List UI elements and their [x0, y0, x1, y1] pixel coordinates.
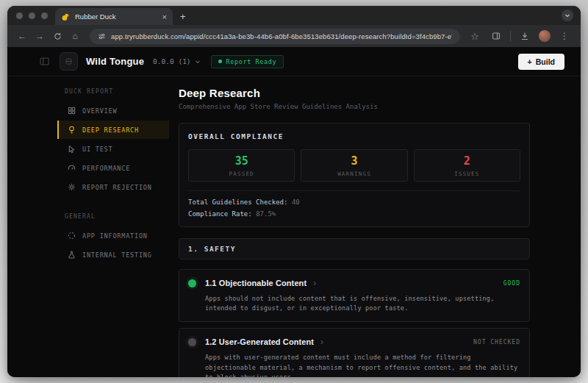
app-page: Wild Tongue 0.0.0 (1) Report Ready + Bui…	[7, 47, 581, 377]
guideline-status-badge: NOT CHECKED	[473, 339, 520, 346]
sidebar-item-label: OVERVIEW	[82, 107, 117, 115]
status-neutral-dot-icon	[188, 338, 196, 346]
passed-count: 35	[235, 154, 248, 168]
minimize-window-button[interactable]	[29, 12, 35, 19]
compliance-rate-label: Compliance Rate:	[188, 210, 252, 218]
profile-avatar[interactable]	[539, 30, 551, 42]
report-ready-badge: Report Ready	[211, 55, 284, 68]
download-icon[interactable]	[517, 32, 532, 40]
browser-toolbar: ← → ⌂ app.tryrubberduck.com/appid/ccc41a…	[7, 25, 581, 47]
guideline-title: 1.2 User-Generated Content	[205, 337, 314, 346]
home-icon[interactable]: ⌂	[68, 31, 82, 41]
window-controls	[7, 6, 55, 25]
flask-icon	[68, 251, 76, 259]
zoom-window-button[interactable]	[41, 12, 48, 19]
back-icon[interactable]: ←	[15, 31, 29, 41]
sidebar-item-performance[interactable]: PERFORMANCE	[57, 159, 169, 177]
guideline-title-row[interactable]: 1.1 Objectionable Content › GOOD	[188, 278, 520, 288]
total-guidelines-label: Total Guidelines Checked:	[188, 198, 287, 206]
guideline-title-row[interactable]: 1.2 User-Generated Content › NOT CHECKED	[188, 337, 520, 347]
cursor-icon	[68, 145, 76, 153]
stat-warnings: 3 WARNINGS	[301, 149, 407, 182]
sidebar-item-label: DEEP RESEARCH	[82, 126, 139, 134]
app-icon	[60, 52, 78, 71]
compliance-totals: Total Guidelines Checked: 40 Compliance …	[188, 190, 520, 218]
main-content: Deep Research Comprehensive App Store Re…	[179, 76, 530, 377]
warnings-label: WARNINGS	[337, 171, 371, 177]
app-header: Wild Tongue 0.0.0 (1) Report Ready + Bui…	[7, 47, 581, 76]
tab-title: Rubber Duck	[75, 12, 157, 21]
browser-window: Rubber Duck × + ← → ⌂ app.tryrubberduck.…	[7, 6, 581, 377]
lightbulb-icon	[68, 126, 76, 134]
tab-list-chevron-icon[interactable]	[562, 10, 573, 21]
sidebar: DUCK REPORT OVERVIEW DEEP RESEARCH UI TE…	[57, 76, 169, 377]
address-bar[interactable]: app.tryrubberduck.com/appid/ccc41a3a-be3…	[90, 29, 460, 44]
passed-label: PASSED	[229, 171, 254, 177]
page-title: Deep Research	[179, 87, 530, 99]
sidebar-section-general: GENERAL	[57, 213, 169, 220]
browser-menu-icon[interactable]: ⋮	[557, 31, 572, 41]
plus-icon: +	[528, 57, 532, 66]
status-pass-dot-icon	[188, 279, 196, 287]
site-settings-icon[interactable]	[98, 32, 106, 40]
sidebar-item-app-information[interactable]: APP INFORMATION	[57, 226, 169, 245]
guideline-title: 1.1 Objectionable Content	[205, 279, 306, 287]
sidebar-toggle-icon[interactable]	[40, 57, 49, 66]
total-guidelines-value: 40	[292, 198, 300, 206]
toolbar-divider	[510, 31, 511, 41]
sidebar-item-label: INTERNAL TESTING	[82, 251, 152, 259]
sidebar-item-deep-research[interactable]: DEEP RESEARCH	[57, 121, 169, 139]
new-tab-button[interactable]: +	[180, 11, 186, 25]
tab-close-icon[interactable]: ×	[162, 12, 167, 21]
version-label: 0.0.0 (1)	[153, 57, 190, 65]
dashed-circle-icon	[68, 232, 76, 240]
build-button-label: Build	[536, 57, 555, 66]
sidebar-item-label: UI TEST	[82, 146, 112, 153]
toolbar-actions: ☆ ⋮	[467, 30, 573, 42]
browser-tab[interactable]: Rubber Duck ×	[55, 8, 173, 25]
browser-tab-bar: Rubber Duck × +	[7, 6, 581, 25]
version-selector[interactable]: 0.0.0 (1)	[153, 57, 200, 65]
sidebar-item-label: PERFORMANCE	[82, 165, 130, 172]
sidebar-item-label: REPORT REJECTION	[82, 184, 152, 191]
compliance-card-title: OVERALL COMPLIANCE	[188, 132, 520, 140]
overall-compliance-card: OVERALL COMPLIANCE 35 PASSED 3 WARNINGS …	[179, 123, 530, 227]
gauge-icon	[68, 164, 76, 172]
issues-label: ISSUES	[454, 171, 479, 177]
sidebar-item-label: APP INFORMATION	[82, 232, 148, 240]
guideline-status-badge: GOOD	[503, 280, 520, 287]
sidebar-item-ui-test[interactable]: UI TEST	[57, 140, 169, 158]
compliance-rate-value: 87.5%	[256, 210, 276, 218]
stat-issues: 2 ISSUES	[414, 149, 520, 182]
page-subtitle: Comprehensive App Store Review Guideline…	[179, 103, 530, 110]
guideline-objectionable-content: 1.1 Objectionable Content › GOOD Apps sh…	[179, 269, 530, 322]
gear-icon	[68, 183, 76, 191]
side-panel-icon[interactable]	[489, 32, 503, 40]
guideline-user-generated-content: 1.2 User-Generated Content › NOT CHECKED…	[179, 328, 530, 377]
sidebar-item-internal-testing[interactable]: INTERNAL TESTING	[57, 246, 169, 264]
compliance-stats: 35 PASSED 3 WARNINGS 2 ISSUES	[188, 149, 520, 182]
reload-icon[interactable]	[50, 32, 65, 40]
status-dot-icon	[218, 60, 222, 63]
chevron-right-icon: ›	[313, 278, 316, 288]
close-window-button[interactable]	[16, 12, 23, 19]
grid-icon	[68, 107, 76, 115]
guideline-description: Apps should not include content that is …	[205, 294, 520, 313]
build-button[interactable]: + Build	[518, 54, 564, 70]
sidebar-item-overview[interactable]: OVERVIEW	[57, 101, 169, 120]
warnings-count: 3	[351, 154, 357, 168]
sidebar-item-report-rejection[interactable]: REPORT REJECTION	[57, 178, 169, 196]
chevron-right-icon: ›	[320, 337, 323, 347]
guideline-description: Apps with user-generated content must in…	[205, 353, 520, 377]
section-header-safety: 1. SAFETY	[179, 238, 530, 259]
duck-favicon	[61, 12, 70, 21]
url-text: app.tryrubberduck.com/appid/ccc41a3a-be3…	[111, 32, 452, 40]
status-badge-label: Report Ready	[226, 58, 277, 65]
app-name: Wild Tongue	[86, 56, 144, 67]
sidebar-section-duck-report: DUCK REPORT	[57, 88, 169, 95]
forward-icon[interactable]: →	[32, 31, 47, 41]
chevron-down-icon	[195, 59, 201, 65]
stat-passed: 35 PASSED	[188, 149, 295, 182]
issues-count: 2	[464, 154, 470, 168]
bookmark-star-icon[interactable]: ☆	[467, 31, 482, 42]
